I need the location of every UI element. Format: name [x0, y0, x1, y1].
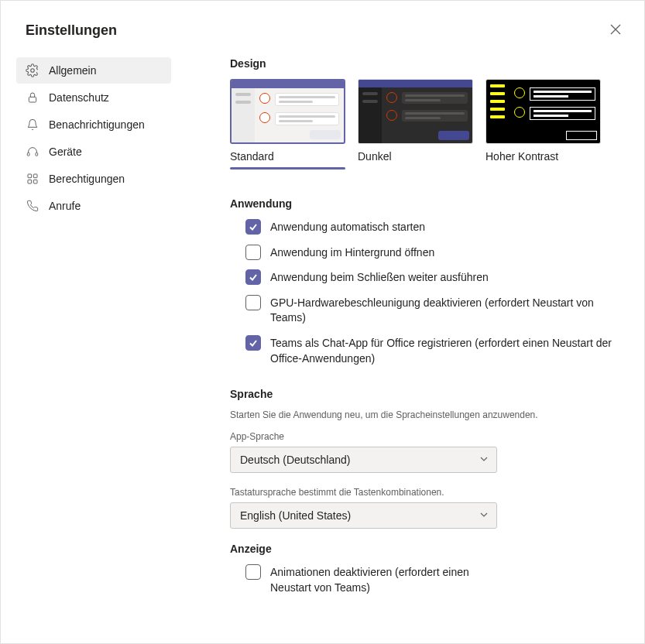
keyboard-language-select[interactable]: English (United States) — [230, 502, 497, 529]
lock-icon — [26, 91, 39, 104]
checkbox-label: Anwendung im Hintergrund öffnen — [270, 245, 434, 261]
checkbox-register-chat-app[interactable] — [245, 335, 261, 351]
sidebar-item-calls[interactable]: Anrufe — [16, 193, 171, 219]
sidebar-item-notifications[interactable]: Benachrichtigungen — [16, 111, 171, 138]
app-language-value: Deutsch (Deutschland) — [240, 454, 350, 466]
svg-rect-5 — [36, 152, 38, 156]
svg-point-2 — [31, 69, 35, 73]
theme-thumb-standard — [230, 79, 345, 144]
keyboard-language-hint: Tastatursprache bestimmt die Tastenkombi… — [230, 487, 626, 498]
apps-icon — [26, 172, 39, 186]
checkbox-disable-animations[interactable] — [245, 564, 261, 580]
sidebar-item-devices[interactable]: Geräte — [16, 139, 171, 165]
language-restart-hint: Starten Sie die Anwendung neu, um die Sp… — [230, 409, 626, 420]
theme-option-dark[interactable]: Dunkel — [358, 79, 473, 170]
sidebar-item-label: Geräte — [49, 146, 82, 158]
checkbox-label: Animationen deaktivieren (erfordert eine… — [270, 564, 509, 595]
theme-label: Hoher Kontrast — [485, 150, 601, 163]
sidebar-item-label: Berechtigungen — [49, 173, 125, 185]
sidebar: Allgemein Datenschutz Benachrichtigungen… — [1, 57, 187, 643]
phone-icon — [26, 199, 39, 213]
theme-label: Standard — [230, 150, 345, 163]
svg-rect-8 — [28, 180, 32, 183]
sidebar-item-privacy[interactable]: Datenschutz — [16, 84, 171, 111]
gear-icon — [26, 63, 39, 77]
checkbox-label: Anwendung beim Schließen weiter ausführe… — [270, 269, 489, 286]
theme-option-high-contrast[interactable]: Hoher Kontrast — [485, 79, 601, 170]
checkbox-keep-running[interactable] — [245, 269, 261, 285]
sidebar-item-label: Datenschutz — [49, 91, 109, 104]
section-heading-design: Design — [230, 57, 626, 70]
checkbox-open-background[interactable] — [245, 245, 261, 260]
checkbox-auto-start[interactable] — [245, 219, 261, 235]
theme-option-standard[interactable]: Standard — [230, 79, 345, 170]
headset-icon — [26, 145, 39, 159]
sidebar-item-general[interactable]: Allgemein — [16, 57, 171, 84]
checkbox-label: GPU-Hardwarebeschleunigung deaktivieren … — [270, 295, 626, 326]
theme-thumb-dark — [358, 79, 473, 144]
chevron-down-icon — [479, 454, 489, 466]
sidebar-item-label: Benachrichtigungen — [49, 118, 145, 131]
svg-rect-7 — [33, 174, 37, 178]
svg-rect-3 — [29, 97, 36, 102]
checkbox-label: Anwendung automatisch starten — [270, 219, 425, 235]
application-options: Anwendung automatisch starten Anwendung … — [230, 219, 626, 366]
svg-rect-4 — [27, 152, 29, 156]
svg-rect-9 — [33, 180, 37, 183]
app-language-label: App-Sprache — [230, 431, 626, 442]
checkbox-disable-gpu[interactable] — [245, 295, 261, 310]
sidebar-item-label: Allgemein — [49, 64, 96, 77]
content-area: Design Standard — [187, 57, 644, 643]
sidebar-item-label: Anrufe — [49, 200, 81, 212]
section-heading-language: Sprache — [230, 388, 626, 400]
keyboard-language-value: English (United States) — [240, 509, 351, 522]
sidebar-item-permissions[interactable]: Berechtigungen — [16, 166, 171, 192]
close-icon — [610, 24, 621, 35]
theme-thumb-high-contrast — [485, 79, 601, 144]
close-button[interactable] — [606, 19, 626, 42]
section-heading-application: Anwendung — [230, 197, 626, 210]
svg-rect-6 — [28, 174, 32, 178]
app-language-select[interactable]: Deutsch (Deutschland) — [230, 447, 497, 473]
page-title: Einstellungen — [26, 22, 117, 39]
theme-label: Dunkel — [358, 150, 473, 163]
section-heading-display: Anzeige — [230, 543, 626, 555]
bell-icon — [26, 118, 39, 132]
chevron-down-icon — [479, 509, 489, 522]
checkbox-label: Teams als Chat-App für Office registrier… — [270, 335, 626, 366]
